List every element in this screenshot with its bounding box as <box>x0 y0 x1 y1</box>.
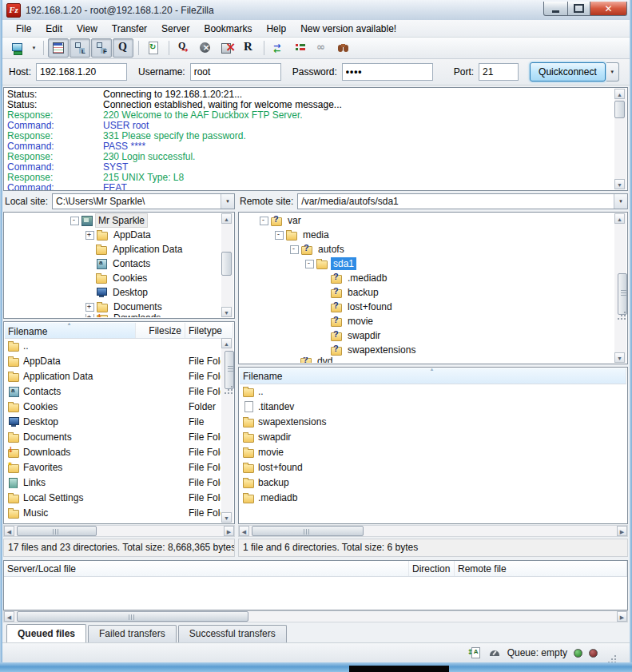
menu-item-edit[interactable]: Edit <box>38 21 70 37</box>
scroll-up-icon[interactable]: ▲ <box>614 89 625 99</box>
remote-site-combo[interactable]: /var/media/autofs/sda1 ▼ <box>297 193 628 209</box>
local-tree-vertical-scrollbar[interactable]: ▲ ▼ <box>221 213 233 317</box>
toggle-message-log-button[interactable] <box>48 38 69 58</box>
tab-queued-files[interactable]: Queued files <box>6 624 86 642</box>
quickconnect-button[interactable]: Quickconnect <box>530 62 606 82</box>
queue-horizontal-scrollbar[interactable]: ◀ ▶ <box>3 610 628 622</box>
file-row-swapdir[interactable]: swapdir <box>240 429 626 444</box>
quickconnect-dropdown-button[interactable]: ▼ <box>606 62 619 82</box>
tree-item-var[interactable]: var <box>240 213 614 228</box>
scroll-up-icon[interactable]: ▲ <box>614 213 625 224</box>
tab-successful-transfers[interactable]: Successful transfers <box>178 625 287 642</box>
log-vertical-scrollbar[interactable]: ▲ ▼ <box>614 89 626 189</box>
scroll-right-icon[interactable]: ▶ <box>617 526 627 536</box>
local-list-scrollbar-thumb[interactable] <box>225 351 234 389</box>
tree-item-sda1[interactable]: sda1 <box>240 256 614 271</box>
local-tree-scrollbar-thumb[interactable] <box>221 252 232 276</box>
tree-item-swapextensions[interactable]: swapextensions <box>240 343 614 357</box>
scroll-left-icon[interactable]: ◀ <box>4 611 14 622</box>
file-row-swapextensions[interactable]: swapextensions <box>240 414 626 429</box>
file-row-documents[interactable]: DocumentsFile Folder <box>5 429 221 444</box>
tree-item-desktop[interactable]: Desktop <box>5 285 221 300</box>
transfer-type-icon[interactable]: ↕ <box>469 646 482 659</box>
menu-item-help[interactable]: Help <box>259 21 293 37</box>
cancel-operation-button[interactable] <box>195 38 216 58</box>
file-row-cookies[interactable]: CookiesFolder <box>5 399 221 414</box>
tree-item-media[interactable]: media <box>240 228 614 242</box>
toggle-local-tree-button[interactable] <box>70 38 90 58</box>
local-list-vertical-scrollbar[interactable]: ▲ ▼ <box>221 338 233 523</box>
remote-tree-scrollbar-thumb[interactable] <box>618 273 627 315</box>
tree-item-appdata[interactable]: AppData <box>5 228 221 242</box>
file-row-backup[interactable]: backup <box>240 475 626 490</box>
disconnect-button[interactable] <box>217 38 237 58</box>
scroll-up-icon[interactable]: ▲ <box>221 213 232 224</box>
tree-item-swapdir[interactable]: swapdir <box>240 328 614 343</box>
file-row-local-settings[interactable]: Local SettingsFile Folder <box>5 490 221 505</box>
port-input[interactable] <box>479 63 519 81</box>
scroll-down-icon[interactable]: ▼ <box>614 179 625 189</box>
toggle-queue-button[interactable] <box>113 38 133 58</box>
scroll-right-icon[interactable]: ▶ <box>224 526 234 536</box>
site-manager-button[interactable] <box>7 38 28 58</box>
site-manager-dropdown-button[interactable]: ▼ <box>29 39 39 57</box>
local-site-combo[interactable]: C:\Users\Mr Sparkle\ ▼ <box>52 193 235 209</box>
column-header-filename[interactable]: Filename <box>240 368 626 384</box>
scroll-down-icon[interactable]: ▼ <box>221 512 232 523</box>
file-row-downloads[interactable]: DownloadsFile Folder <box>5 444 221 459</box>
menu-item-server[interactable]: Server <box>154 21 197 37</box>
local-horizontal-scrollbar[interactable]: ◀ ▶ <box>3 525 235 537</box>
tree-item-downloads[interactable]: Downloads <box>5 314 221 317</box>
speed-limits-icon[interactable] <box>488 646 501 659</box>
reconnect-button[interactable] <box>238 38 259 58</box>
close-button[interactable]: ✕ <box>590 2 627 16</box>
remote-horizontal-scrollbar[interactable]: ◀ ▶ <box>238 525 628 537</box>
file-row-desktop[interactable]: DesktopFile <box>5 414 221 429</box>
collapse-minus-icon[interactable] <box>305 260 314 268</box>
menu-item-view[interactable]: View <box>70 21 105 37</box>
expand-plus-icon[interactable] <box>85 314 94 317</box>
scroll-left-icon[interactable]: ◀ <box>4 526 14 536</box>
resize-grip[interactable] <box>607 648 617 658</box>
menu-item-file[interactable]: File <box>9 21 38 37</box>
file-row-[interactable]: .. <box>5 338 221 353</box>
queue-hscroll-thumb[interactable] <box>17 611 248 622</box>
password-input[interactable] <box>342 63 433 81</box>
maximize-button[interactable] <box>568 2 590 16</box>
directory-comparison-button[interactable] <box>268 38 289 58</box>
file-row-links[interactable]: LinksFile Folder <box>5 475 221 490</box>
column-header-direction[interactable]: Direction <box>409 561 455 576</box>
list-comparison-button[interactable] <box>290 38 311 58</box>
log-scrollbar-thumb[interactable] <box>614 101 625 118</box>
collapse-minus-icon[interactable] <box>290 245 299 254</box>
tree-item-backup[interactable]: backup <box>240 285 614 300</box>
column-header-server-local-file[interactable]: Server/Local file <box>4 561 409 576</box>
host-input[interactable] <box>36 63 127 81</box>
menu-item-bookmarks[interactable]: Bookmarks <box>197 21 259 37</box>
local-hscroll-thumb[interactable] <box>17 526 97 536</box>
tree-item-movie[interactable]: movie <box>240 314 614 328</box>
tree-item-autofs[interactable]: autofs <box>240 242 614 256</box>
scroll-up-icon[interactable]: ▲ <box>221 338 232 348</box>
minimize-button[interactable] <box>543 2 568 16</box>
tree-item-lost-found[interactable]: lost+found <box>240 300 614 314</box>
expand-plus-icon[interactable] <box>85 303 94 312</box>
remote-hscroll-thumb[interactable] <box>252 526 364 536</box>
menu-item-new-version-available[interactable]: New version available! <box>293 21 403 37</box>
column-header-filesize[interactable]: Filesize <box>136 323 185 338</box>
file-row-application-data[interactable]: Application DataFile Folder <box>5 368 221 384</box>
file-row-mediadb[interactable]: .mediadb <box>240 490 626 505</box>
tree-item-dvd[interactable]: dvd <box>240 357 614 363</box>
column-header-filetype[interactable]: Filetype <box>185 323 233 338</box>
tree-item-mediadb[interactable]: .mediadb <box>240 271 614 285</box>
scroll-down-icon[interactable]: ▼ <box>221 307 232 317</box>
refresh-button[interactable] <box>143 38 164 58</box>
synchronized-browsing-button[interactable] <box>312 38 332 58</box>
tree-item-application-data[interactable]: Application Data <box>5 242 221 256</box>
expand-plus-icon[interactable] <box>85 231 94 240</box>
toggle-remote-tree-button[interactable] <box>91 38 112 58</box>
chevron-down-icon[interactable]: ▼ <box>221 194 234 209</box>
tree-item-contacts[interactable]: Contacts <box>5 256 221 271</box>
tree-item-documents[interactable]: Documents <box>5 300 221 314</box>
column-header-filename[interactable]: Filename <box>5 323 136 338</box>
